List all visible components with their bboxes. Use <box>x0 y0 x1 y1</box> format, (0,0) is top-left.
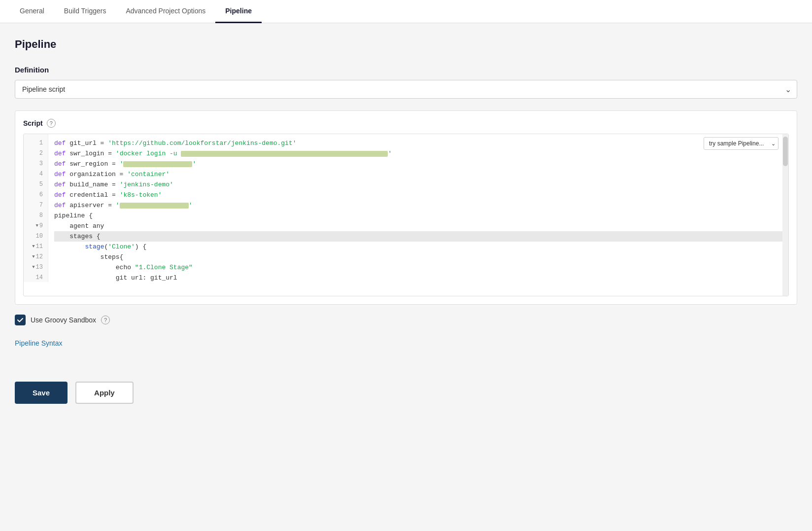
line-num-5: 5 <box>24 179 48 190</box>
groovy-sandbox-help-icon[interactable]: ? <box>101 316 110 324</box>
line-numbers: 1 2 3 4 5 6 7 8 ▼9 10 ▼11 ▼12 ▼13 14 <box>24 134 48 282</box>
page-title: Pipeline <box>15 38 797 51</box>
script-header: Script ? <box>23 119 789 128</box>
code-editor-container: try sample Pipeline... ⌄ 1 2 3 4 5 6 <box>23 134 789 296</box>
script-section: Script ? try sample Pipeline... ⌄ <box>15 110 797 305</box>
line-num-4: 4 <box>24 169 48 179</box>
line-num-11: ▼11 <box>24 242 48 252</box>
groovy-sandbox-checkbox[interactable] <box>15 315 26 325</box>
code-editor[interactable]: try sample Pipeline... ⌄ 1 2 3 4 5 6 <box>23 134 789 296</box>
script-help-icon[interactable]: ? <box>47 119 56 128</box>
line-num-1: 1 <box>24 138 48 148</box>
main-content: Pipeline Definition Pipeline script ⌄ Sc… <box>0 23 812 531</box>
pipeline-syntax-link[interactable]: Pipeline Syntax <box>15 339 63 347</box>
code-line-2: def swr_login = 'docker login -u ' <box>54 148 782 159</box>
line-num-13: ▼13 <box>24 262 48 273</box>
definition-select-wrapper: Pipeline script ⌄ <box>15 80 797 99</box>
groovy-sandbox-row: Use Groovy Sandbox ? <box>15 315 797 325</box>
line-num-8: 8 <box>24 211 48 221</box>
definition-label: Definition <box>15 66 797 74</box>
apply-button[interactable]: Apply <box>75 382 134 404</box>
line-num-14: 14 <box>24 273 48 282</box>
code-line-9: pipeline { <box>54 211 782 221</box>
tab-advanced-project-options[interactable]: Advanced Project Options <box>116 0 215 23</box>
code-area[interactable]: 1 2 3 4 5 6 7 8 ▼9 10 ▼11 ▼12 ▼13 14 <box>24 134 788 282</box>
tab-pipeline[interactable]: Pipeline <box>215 0 262 23</box>
code-line-15: git url: git_url <box>54 273 782 282</box>
code-line-12: stage('Clone') { <box>54 242 782 252</box>
save-button[interactable]: Save <box>15 382 68 404</box>
line-num-9: ▼9 <box>24 221 48 231</box>
scrollbar-thumb[interactable] <box>783 137 788 166</box>
code-line-13: steps{ <box>54 252 782 262</box>
line-num-3: 3 <box>24 159 48 169</box>
code-line-5: def build_name = 'jenkins-demo' <box>54 179 782 190</box>
tab-bar: General Build Triggers Advanced Project … <box>0 0 812 23</box>
code-line-1: def git_url = 'https://github.com/lookfo… <box>54 138 782 148</box>
code-line-11: stages { <box>54 231 782 242</box>
line-num-7: 7 <box>24 200 48 211</box>
sample-pipeline-select[interactable]: try sample Pipeline... <box>704 137 778 150</box>
code-line-4: def organization = 'container' <box>54 169 782 179</box>
line-num-10: 10 <box>24 231 48 242</box>
groovy-sandbox-label: Use Groovy Sandbox <box>31 316 96 324</box>
code-line-7: def apiserver = '' <box>54 200 782 211</box>
line-num-6: 6 <box>24 190 48 200</box>
script-label: Script <box>23 119 43 127</box>
code-line-10: agent any <box>54 221 782 231</box>
code-line-3: def swr_region = '' <box>54 159 782 169</box>
code-line-14: echo "1.Clone Stage" <box>54 262 782 273</box>
action-buttons: Save Apply <box>15 382 797 404</box>
definition-select[interactable]: Pipeline script <box>15 80 797 99</box>
line-num-2: 2 <box>24 148 48 159</box>
tab-build-triggers[interactable]: Build Triggers <box>54 0 116 23</box>
code-line-6: def credential = 'k8s-token' <box>54 190 782 200</box>
code-content[interactable]: def git_url = 'https://github.com/lookfo… <box>48 134 788 282</box>
tab-general[interactable]: General <box>10 0 54 23</box>
scrollbar-track[interactable] <box>782 134 788 296</box>
line-num-12: ▼12 <box>24 252 48 262</box>
